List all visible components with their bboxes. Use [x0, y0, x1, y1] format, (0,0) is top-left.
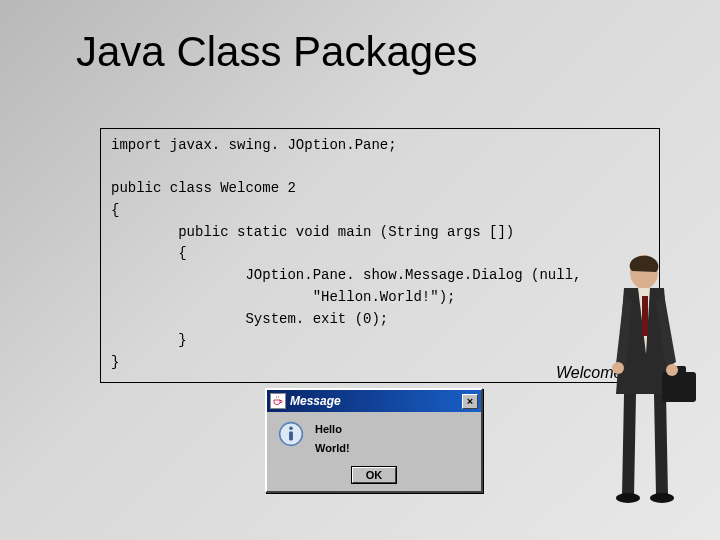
joptionpane-dialog: Message × Hello World! OK: [265, 388, 483, 493]
dialog-titlebar: Message ×: [267, 390, 481, 412]
close-button[interactable]: ×: [462, 394, 478, 409]
svg-point-7: [612, 362, 624, 374]
java-icon: [270, 393, 286, 409]
dialog-button-row: OK: [267, 461, 481, 491]
businessman-image: [576, 244, 696, 504]
svg-rect-4: [642, 296, 648, 336]
dialog-message: Hello World!: [315, 420, 350, 457]
svg-point-5: [616, 493, 640, 503]
info-icon: [277, 420, 305, 448]
dialog-line-1: Hello: [315, 420, 350, 439]
svg-point-1: [289, 427, 293, 431]
ok-button[interactable]: OK: [352, 467, 396, 483]
dialog-body: Hello World!: [267, 412, 481, 461]
dialog-line-2: World!: [315, 439, 350, 458]
svg-point-10: [666, 364, 678, 376]
svg-rect-8: [662, 372, 696, 402]
svg-rect-2: [289, 432, 293, 441]
dialog-title-text: Message: [290, 394, 458, 408]
svg-point-6: [650, 493, 674, 503]
slide-title: Java Class Packages: [76, 28, 478, 76]
